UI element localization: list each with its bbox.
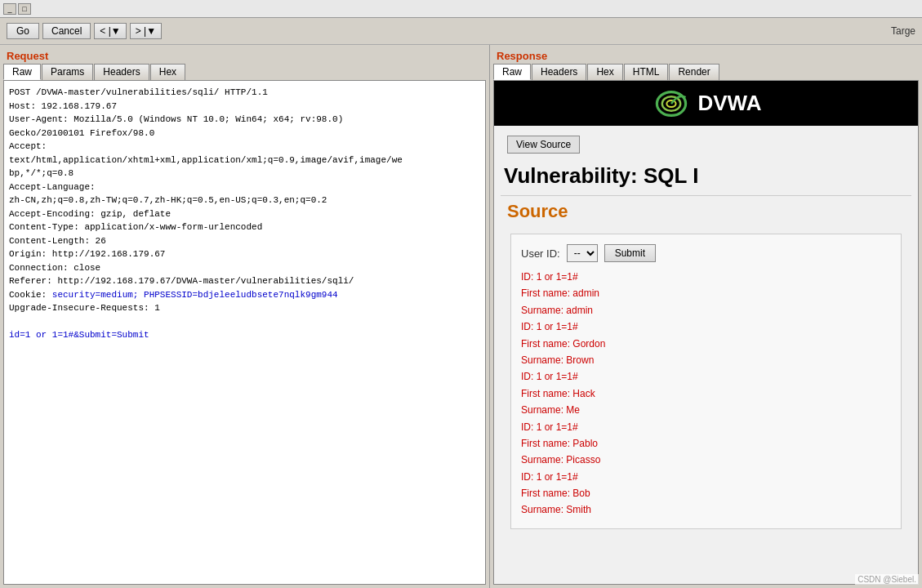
dvwa-logo-icon xyxy=(651,87,692,120)
toolbar: Go Cancel < |▼ > |▼ Targe xyxy=(0,18,922,45)
nav-back-button[interactable]: < |▼ xyxy=(94,23,126,39)
result-line-10: ID: 1 or 1=1# xyxy=(521,419,891,435)
response-tab-render[interactable]: Render xyxy=(669,64,719,80)
request-raw-text: POST /DVWA-master/vulnerabilities/sqli/ … xyxy=(4,81,485,347)
result-line-15: Surname: Smith xyxy=(521,501,891,518)
result-line-7: ID: 1 or 1=1# xyxy=(521,368,891,385)
result-line-1: ID: 1 or 1=1# xyxy=(521,269,891,285)
request-panel: Request Raw Params Headers Hex POST /DVW… xyxy=(0,45,490,588)
title-bar: _ □ xyxy=(0,0,922,18)
result-line-4: ID: 1 or 1=1# xyxy=(521,318,891,335)
dvwa-logo-text: DVWA xyxy=(698,91,762,116)
user-id-label: User ID: xyxy=(521,247,560,260)
maximize-button[interactable]: □ xyxy=(18,3,31,15)
dvwa-header: DVWA xyxy=(494,81,918,126)
result-line-8: First name: Hack xyxy=(521,385,891,402)
response-panel-title: Response xyxy=(490,45,922,64)
response-panel: Response Raw Headers Hex HTML Render xyxy=(490,45,922,588)
title-bar-buttons: _ □ xyxy=(3,3,31,15)
source-heading: Source xyxy=(501,196,911,227)
sqli-submit-button[interactable]: Submit xyxy=(604,244,656,262)
request-line-1: POST /DVWA-master/vulnerabilities/sqli/ … xyxy=(9,87,403,340)
response-tabs-bar: Raw Headers Hex HTML Render xyxy=(490,64,922,80)
main-window: _ □ Go Cancel < |▼ > |▼ Targe Request Ra… xyxy=(0,0,922,588)
request-tab-params[interactable]: Params xyxy=(42,64,93,80)
vulnerability-title-text: Vulnerability: SQL I xyxy=(504,163,698,188)
response-tab-hex[interactable]: Hex xyxy=(587,64,622,80)
result-line-14: First name: Bob xyxy=(521,485,891,501)
request-panel-title: Request xyxy=(0,45,489,64)
dvwa-logo: DVWA xyxy=(651,87,762,120)
result-line-5: First name: Gordon xyxy=(521,336,891,352)
target-label: Targe xyxy=(891,25,915,37)
response-tab-headers[interactable]: Headers xyxy=(532,64,586,80)
request-tab-hex[interactable]: Hex xyxy=(150,64,185,80)
sqli-form-row: User ID: -- 1 2 Submit xyxy=(521,244,891,262)
response-tab-raw[interactable]: Raw xyxy=(493,64,531,80)
user-id-select[interactable]: -- 1 2 xyxy=(567,244,598,262)
result-line-13: ID: 1 or 1=1# xyxy=(521,469,891,485)
request-content-area[interactable]: POST /DVWA-master/vulnerabilities/sqli/ … xyxy=(3,80,486,585)
cancel-button[interactable]: Cancel xyxy=(42,23,91,39)
watermark: CSDN @Siebel. xyxy=(855,574,919,585)
result-line-9: Surname: Me xyxy=(521,402,891,418)
main-content: Request Raw Params Headers Hex POST /DVW… xyxy=(0,45,922,588)
result-line-11: First name: Pablo xyxy=(521,435,891,452)
request-tab-raw[interactable]: Raw xyxy=(3,64,41,80)
view-source-button[interactable]: View Source xyxy=(507,136,580,154)
nav-forward-button[interactable]: > |▼ xyxy=(130,23,162,39)
request-body: id=1 or 1=1#&Submit=Submit xyxy=(9,330,149,340)
request-tab-headers[interactable]: Headers xyxy=(94,64,149,80)
vulnerability-title: Vulnerability: SQL I xyxy=(501,160,911,196)
result-line-3: Surname: admin xyxy=(521,302,891,318)
result-line-12: Surname: Picasso xyxy=(521,452,891,468)
sqli-form: User ID: -- 1 2 Submit ID: 1 or 1=1# Fir… xyxy=(510,234,902,529)
cookie-value: security=medium; PHPSESSID=bdjeleeludbse… xyxy=(52,290,338,300)
request-tabs-bar: Raw Params Headers Hex xyxy=(0,64,489,80)
result-line-6: Surname: Brown xyxy=(521,352,891,368)
dvwa-content-area[interactable]: DVWA View Source Vulnerability: SQL I So… xyxy=(493,80,919,585)
response-tab-html[interactable]: HTML xyxy=(624,64,669,80)
result-line-2: First name: admin xyxy=(521,285,891,301)
go-button[interactable]: Go xyxy=(7,23,39,39)
sqli-results: ID: 1 or 1=1# First name: admin Surname:… xyxy=(521,269,891,519)
minimize-button[interactable]: _ xyxy=(3,3,16,15)
